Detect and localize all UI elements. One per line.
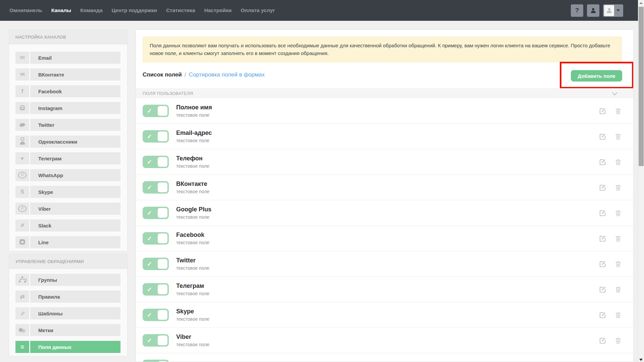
trash-icon — [614, 286, 622, 294]
sidebar-channels-panel: НАСТРОЙКА КАНАЛОВ Email ВКонтакте Facebo… — [9, 30, 128, 251]
sidebar-item-label: Email — [30, 52, 120, 64]
field-enabled-toggle[interactable]: ✓ — [143, 207, 169, 219]
delete-field-button[interactable] — [614, 234, 623, 243]
edit-field-button[interactable] — [598, 158, 607, 166]
nav-item[interactable]: Настройки — [204, 7, 232, 13]
edit-field-button[interactable] — [598, 234, 607, 243]
field-row: ✓ Viber текстовое поле — [136, 328, 633, 353]
trash-icon — [614, 311, 622, 319]
delete-field-button[interactable] — [614, 336, 623, 345]
sidebar-item-label: Slack — [30, 219, 120, 231]
sidebar-item-label: Twitter — [30, 119, 120, 131]
field-enabled-toggle[interactable]: ✓ — [143, 283, 169, 296]
sidebar-item[interactable]: Шаблоны — [15, 307, 120, 319]
sidebar-item-label: Одноклассники — [30, 136, 120, 148]
help-button[interactable]: ? — [571, 4, 583, 17]
sidebar-item[interactable]: Instagram — [15, 102, 120, 114]
row-actions — [598, 158, 623, 166]
edit-field-button[interactable] — [598, 260, 607, 268]
slack-icon — [15, 219, 29, 231]
field-enabled-toggle[interactable]: ✓ — [143, 181, 169, 194]
nav-item[interactable]: Каналы — [51, 7, 71, 13]
field-title: Email-адрес — [176, 130, 212, 137]
sidebar-item[interactable]: Метки — [15, 324, 120, 336]
nav-item[interactable]: Статистика — [166, 7, 195, 13]
sidebar-item-label: Line — [30, 236, 120, 248]
nav-item[interactable]: Центр поддержки — [112, 7, 157, 13]
delete-field-button[interactable] — [614, 209, 623, 217]
delete-field-button[interactable] — [614, 132, 623, 141]
field-enabled-toggle[interactable]: ✓ — [143, 130, 169, 143]
edit-icon — [598, 209, 607, 217]
sidebar-item[interactable]: Телеграм — [15, 152, 120, 164]
user-fields-section-header: ПОЛЯ ПОЛЬЗОВАТЕЛЯ — [136, 88, 633, 98]
sidebar-item[interactable]: ВКонтакте — [15, 68, 120, 81]
field-type: текстовое поле — [176, 316, 209, 322]
sidebar-item[interactable]: Email — [15, 52, 120, 64]
edit-field-button[interactable] — [598, 311, 607, 319]
toggle-knob — [158, 310, 167, 320]
nav-menu: Омнипанель Каналы Команда Центр поддержк… — [0, 7, 275, 13]
edit-icon — [598, 234, 607, 243]
delete-field-button[interactable] — [614, 311, 623, 319]
delete-field-button[interactable] — [614, 285, 623, 294]
field-enabled-toggle[interactable]: ✓ — [143, 360, 169, 362]
nav-item[interactable]: Омнипанель — [9, 7, 42, 13]
field-type: текстовое поле — [176, 138, 212, 143]
field-info: ВКонтакте текстовое поле — [176, 180, 209, 194]
sidebar-item[interactable]: Viber — [15, 203, 120, 215]
edit-field-button[interactable] — [598, 183, 607, 192]
tab-field-list[interactable]: Список полей — [143, 71, 182, 78]
field-title: Полное имя — [176, 104, 212, 111]
sidebar-item[interactable]: Группы — [15, 274, 120, 286]
account-menu-button[interactable] — [603, 4, 623, 17]
sidebar-item[interactable]: Skype — [15, 186, 120, 198]
sidebar-item[interactable]: Line — [15, 236, 120, 248]
delete-field-button[interactable] — [614, 158, 623, 166]
scrollbar-thumb[interactable] — [639, 7, 644, 166]
field-title: Skype — [176, 308, 209, 315]
delete-field-button[interactable] — [614, 183, 623, 192]
tab-field-sorting-link[interactable]: Сортировка полей в формах — [189, 71, 265, 78]
scroll-up-arrow-icon[interactable] — [639, 2, 643, 4]
field-title: Twitter — [176, 257, 209, 264]
collapse-chevron-icon[interactable] — [612, 90, 617, 96]
edit-icon — [598, 285, 607, 294]
sidebar-item[interactable]: Twitter — [15, 119, 120, 131]
sidebar-item[interactable]: Правила — [15, 291, 120, 303]
check-icon: ✓ — [147, 337, 152, 344]
add-field-button[interactable]: Добавить поле — [571, 70, 622, 82]
profile-button[interactable] — [587, 4, 599, 17]
viber-icon — [15, 203, 29, 215]
sidebar-item-label: Правила — [30, 291, 120, 303]
scroll-down-arrow-icon[interactable] — [639, 359, 643, 361]
sidebar-item[interactable]: WhatsApp — [15, 169, 120, 181]
field-enabled-toggle[interactable]: ✓ — [143, 309, 169, 321]
sidebar-item[interactable]: Поля данных — [15, 341, 120, 353]
field-enabled-toggle[interactable]: ✓ — [143, 232, 169, 245]
field-enabled-toggle[interactable]: ✓ — [143, 156, 169, 168]
nav-item[interactable]: Команда — [80, 7, 102, 13]
sidebar-item[interactable]: Одноклассники — [15, 136, 120, 148]
edit-field-button[interactable] — [598, 209, 607, 217]
nav-item[interactable]: Оплата услуг — [241, 7, 275, 13]
edit-field-button[interactable] — [598, 107, 607, 115]
delete-field-button[interactable] — [614, 107, 623, 115]
field-enabled-toggle[interactable]: ✓ — [143, 258, 169, 270]
sidebar-item[interactable]: Slack — [15, 219, 120, 231]
field-enabled-toggle[interactable]: ✓ — [143, 105, 169, 117]
sidebar-item[interactable]: Facebook — [15, 85, 120, 97]
edit-field-button[interactable] — [598, 285, 607, 294]
delete-field-button[interactable] — [614, 260, 623, 268]
field-enabled-toggle[interactable]: ✓ — [143, 334, 169, 347]
field-row: ✓ ВКонтакте текстовое поле — [136, 175, 633, 200]
twitter-icon — [15, 119, 29, 131]
user-fields-section-title: ПОЛЯ ПОЛЬЗОВАТЕЛЯ — [143, 91, 193, 96]
top-nav: Омнипанель Каналы Команда Центр поддержк… — [0, 0, 638, 21]
edit-field-button[interactable] — [598, 336, 607, 345]
toggle-knob — [158, 157, 167, 167]
line-icon — [15, 236, 29, 248]
instagram-icon — [15, 102, 29, 114]
edit-field-button[interactable] — [598, 132, 607, 141]
page-scrollbar[interactable] — [638, 0, 644, 362]
